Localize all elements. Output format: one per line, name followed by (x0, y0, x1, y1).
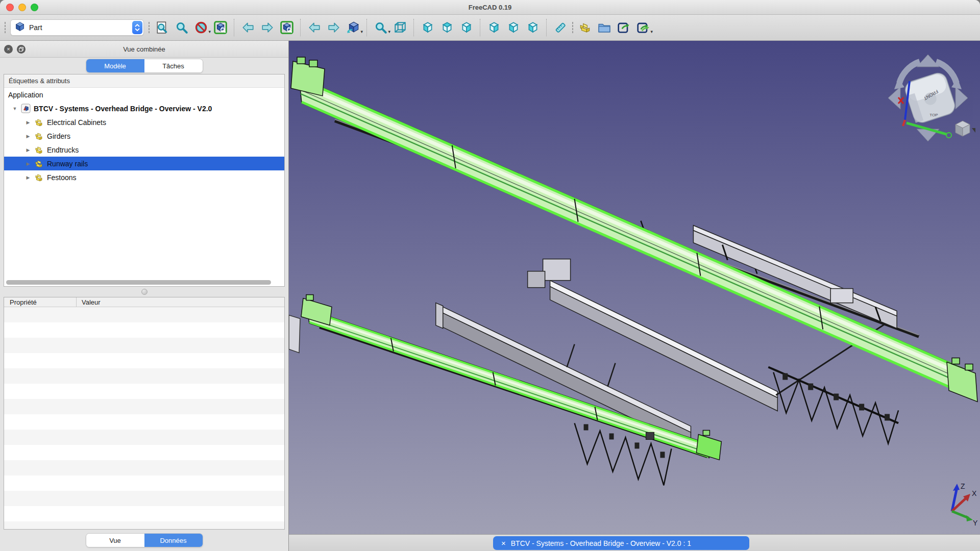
create-group-icon[interactable] (596, 19, 612, 36)
selection-forward-icon[interactable] (259, 19, 276, 36)
fit-all-icon[interactable] (392, 19, 408, 36)
dropdown-caret-icon[interactable]: ▾ (360, 29, 363, 34)
part-icon (34, 145, 44, 155)
disclosure-collapsed-icon[interactable]: ▶ (24, 134, 32, 139)
zoom-tools-icon[interactable]: ▾ (373, 19, 389, 36)
tab-vue[interactable]: Vue (86, 534, 144, 547)
model-tree[interactable]: Étiquettes & attributsApplication▼ BTCV … (4, 74, 285, 287)
fit-selection-icon[interactable] (212, 19, 229, 36)
create-part-icon[interactable] (577, 19, 593, 36)
splitter-handle-icon (141, 289, 148, 295)
axonometric-view-icon[interactable]: ▾ (345, 19, 361, 36)
tab-donne-es[interactable]: Données (144, 534, 203, 547)
navigation-stop-icon[interactable]: ▾ (193, 19, 209, 36)
view-top-icon[interactable] (439, 19, 455, 36)
disclosure-collapsed-icon[interactable]: ▶ (24, 147, 32, 153)
tree-column-header: Étiquettes & attributs (4, 74, 284, 88)
nav-axis-origin (903, 120, 905, 126)
nav-y-tip-icon (946, 133, 951, 138)
disclosure-collapsed-icon[interactable]: ▶ (24, 120, 32, 125)
view-back-icon[interactable] (306, 19, 323, 36)
column-divider[interactable] (76, 297, 77, 307)
document-tab-label: BTCV - Systems - Overhead Bridge - Overv… (511, 539, 691, 547)
property-row-empty (4, 491, 284, 506)
box-element-selection-icon[interactable] (154, 19, 170, 36)
nav-cube-body[interactable]: FRONT TOP (903, 71, 957, 125)
toolbar-separator (546, 19, 547, 36)
toolbar-group-drag-handle[interactable] (148, 21, 150, 34)
workbench-selector-stepper[interactable] (132, 21, 142, 34)
nav-cube-top-label[interactable]: TOP (929, 113, 938, 117)
disclosure-expanded-icon[interactable]: ▼ (11, 106, 18, 111)
box-zoom-icon[interactable] (174, 19, 190, 36)
toolbar-drag-handle[interactable] (4, 21, 6, 34)
nav-mini-cube-icon[interactable] (955, 121, 970, 136)
document-tab-bar: × BTCV - Systems - Overhead Bridge - Ove… (289, 534, 980, 551)
combined-view-header[interactable]: × Vue combinée (0, 41, 288, 58)
panel-splitter[interactable] (0, 287, 288, 297)
tree-item-runway-rails[interactable]: ▶ Runway rails (4, 157, 284, 170)
make-sub-link-icon[interactable]: ▾ (635, 19, 651, 36)
view-data-tabs: VueDonnées (0, 530, 288, 551)
property-row-empty (4, 368, 284, 384)
dropdown-caret-icon[interactable]: ▾ (650, 29, 653, 34)
tab-ta-ches[interactable]: Tâches (144, 59, 203, 72)
scrollbar-thumb[interactable] (6, 280, 271, 285)
go-to-linked-object-icon[interactable] (279, 19, 295, 36)
tree-item-endtrucks[interactable]: ▶ Endtrucks (4, 143, 284, 157)
tree-item-label: Festoons (47, 173, 77, 182)
tree-item-girders[interactable]: ▶ Girders (4, 129, 284, 143)
workbench-selector-value: Part (29, 23, 128, 32)
tree-item-application[interactable]: Application (4, 88, 284, 102)
toolbar-drag-handle-2[interactable] (572, 21, 574, 34)
tree-item-electrical-cabinets[interactable]: ▶ Electrical Cabinets (4, 115, 284, 129)
property-column-header: Propriété (4, 298, 76, 306)
dropdown-caret-icon[interactable]: ▾ (388, 29, 390, 34)
toolbar-separator (366, 19, 368, 36)
tree-item-document[interactable]: ▼ BTCV - Systems - Overhead Bridge - Ove… (4, 102, 284, 115)
tree-item-label: Girders (47, 132, 70, 140)
property-row-empty (4, 521, 284, 530)
view-left-icon[interactable] (525, 19, 541, 36)
workbench-selector[interactable]: Part (10, 19, 144, 36)
property-row-empty (4, 399, 284, 414)
tree-item-festoons[interactable]: ▶ Festoons (4, 170, 284, 184)
property-row-empty (4, 322, 284, 338)
view-right-icon[interactable] (458, 19, 475, 36)
disclosure-collapsed-icon[interactable]: ▶ (24, 175, 32, 180)
part-workbench-cube-icon (15, 21, 25, 34)
view-forward-icon[interactable] (326, 19, 342, 36)
property-row-empty (4, 445, 284, 460)
nav-arrow-right-icon[interactable] (955, 87, 968, 109)
disclosure-collapsed-icon[interactable]: ▶ (24, 161, 32, 166)
runway-rail-near[interactable] (301, 295, 721, 460)
tab-mode-le[interactable]: Modèle (86, 59, 144, 72)
tree-item-label: Electrical Cabinets (47, 118, 106, 127)
view-rear-icon[interactable] (486, 19, 502, 36)
model-edge-fragment[interactable] (289, 315, 300, 353)
property-row-empty (4, 506, 284, 521)
festoons-bridge[interactable] (768, 367, 898, 444)
3d-viewport[interactable]: FRONT TOP (289, 41, 980, 534)
view-bottom-icon[interactable] (505, 19, 522, 36)
make-link-icon[interactable] (616, 19, 632, 36)
title-bar[interactable]: FreeCAD 0.19 (0, 0, 980, 15)
property-table-header: Propriété Valeur (4, 297, 284, 307)
value-column-header: Valeur (82, 298, 101, 306)
dropdown-caret-icon[interactable]: ▾ (208, 29, 211, 34)
toolbar-separator (480, 19, 481, 36)
document-tab-close-icon[interactable]: × (501, 539, 506, 547)
property-row-empty (4, 338, 284, 353)
combined-view-panel: × Vue combinée ModèleTâches Étiquettes &… (0, 41, 289, 551)
view-front-icon[interactable] (420, 19, 436, 36)
nav-menu-caret-icon[interactable] (972, 128, 975, 133)
nav-arrow-up-icon[interactable] (917, 55, 939, 67)
property-row-empty (4, 414, 284, 430)
tree-item-label: Endtrucks (47, 146, 79, 154)
navigation-cube[interactable]: FRONT TOP (881, 44, 975, 149)
selection-back-icon[interactable] (240, 19, 256, 36)
measure-distance-icon[interactable] (552, 19, 569, 36)
document-tab[interactable]: × BTCV - Systems - Overhead Bridge - Ove… (493, 536, 749, 550)
tree-horizontal-scrollbar[interactable] (6, 280, 271, 285)
property-row-empty (4, 460, 284, 475)
